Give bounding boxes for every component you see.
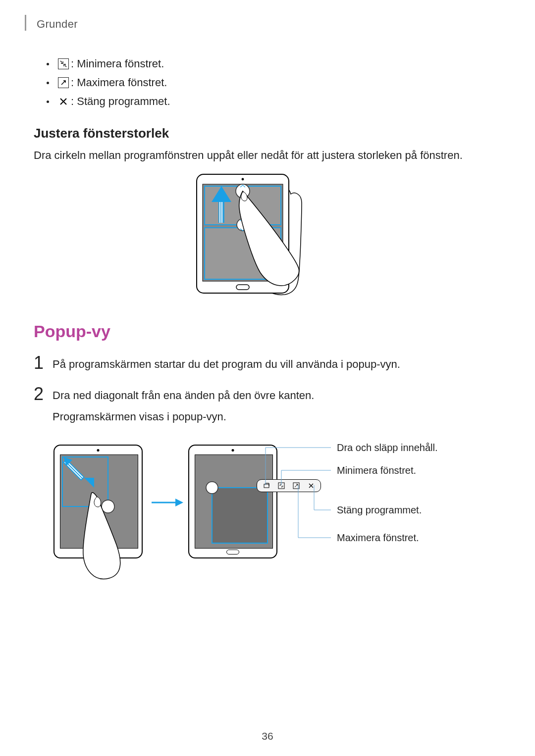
chapter-title: Grunder	[37, 18, 78, 31]
tablet-screen	[60, 454, 138, 549]
svg-rect-2	[236, 285, 249, 290]
close-icon	[308, 482, 315, 489]
svg-rect-9	[219, 201, 220, 223]
minimize-icon	[58, 58, 69, 69]
home-button	[92, 550, 105, 554]
callout-maximize: Maximera fönstret.	[337, 532, 419, 544]
bullet-dot	[47, 101, 49, 103]
list-item: : Maximera fönstret.	[47, 76, 501, 89]
callout-close: Stäng programmet.	[337, 504, 422, 516]
callout-minimize: Minimera fönstret.	[337, 465, 416, 476]
svg-rect-23	[212, 488, 268, 543]
popup-toolbar	[257, 479, 321, 492]
steps-list: 1 På programskärmen startar du det progr…	[34, 356, 501, 430]
svg-point-14	[102, 500, 114, 513]
camera-hole	[97, 449, 100, 452]
maximize-icon	[293, 482, 300, 489]
callout-drag-content: Dra och släpp innehåll.	[337, 442, 437, 454]
close-icon	[58, 96, 69, 107]
tablet-right	[188, 445, 277, 558]
page-number: 36	[262, 730, 273, 742]
list-item: : Minimera fönstret.	[47, 57, 501, 70]
list-item-label: : Stäng programmet.	[71, 95, 170, 108]
step-text: Dra ned diagonalt från ena änden på den …	[53, 387, 314, 403]
section-title-popup: Popup-vy	[34, 322, 501, 341]
step-text: Programskärmen visas i popup-vyn.	[53, 408, 314, 425]
svg-point-1	[242, 178, 244, 180]
svg-point-24	[206, 482, 218, 494]
list-item-label: : Minimera fönstret.	[71, 57, 164, 70]
camera-hole	[232, 449, 234, 452]
svg-rect-26	[278, 483, 284, 489]
figure-popup-view: Dra och släpp innehåll. Minimera fönstre…	[34, 440, 501, 588]
subheading-adjust: Justera fönsterstorlek	[34, 126, 501, 141]
header-accent-bar	[25, 15, 26, 31]
home-button	[226, 550, 239, 554]
svg-rect-25	[264, 484, 269, 488]
step-number: 2	[34, 385, 53, 403]
tablet-screen	[195, 454, 273, 549]
list-item: : Stäng programmet.	[47, 95, 501, 108]
tablet-left	[54, 445, 143, 558]
page-body: : Minimera fönstret. : Maximera fönstret…	[34, 54, 501, 588]
paragraph: Dra cirkeln mellan programfönstren uppåt…	[34, 148, 501, 163]
arrow-right-icon	[151, 495, 185, 510]
svg-rect-10	[221, 201, 222, 223]
maximize-icon	[58, 77, 69, 88]
minimize-icon	[278, 482, 285, 489]
step-2: 2 Dra ned diagonalt från ena änden på de…	[34, 387, 501, 430]
bullet-dot	[47, 82, 49, 84]
svg-marker-21	[175, 499, 183, 506]
step-1: 1 På programskärmen startar du det progr…	[34, 356, 501, 377]
step-text: På programskärmen startar du det program…	[53, 356, 400, 372]
list-item-label: : Maximera fönstret.	[71, 76, 167, 89]
icon-definition-list: : Minimera fönstret. : Maximera fönstret…	[47, 57, 501, 108]
drag-content-icon	[263, 482, 270, 489]
figure-adjust-size	[34, 173, 501, 302]
step-number: 1	[34, 354, 53, 372]
bullet-dot	[47, 63, 49, 65]
